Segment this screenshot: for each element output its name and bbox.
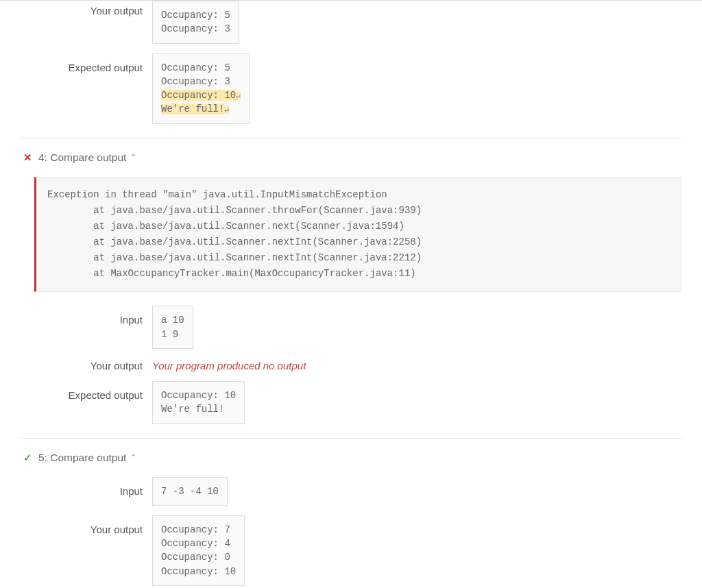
test4-expected-output-row: Expected output Occupancy: 10 We're full… xyxy=(21,381,681,424)
expected-output-box: Occupancy: 10 We're full! xyxy=(152,381,245,424)
input-box: 7 -3 -4 10 xyxy=(152,477,228,506)
expected-output-box: Occupancy: 5 Occupancy: 3 Occupancy: 10↵… xyxy=(152,53,250,124)
divider xyxy=(21,438,681,439)
test5-your-output-row: Your output Occupancy: 7 Occupancy: 4 Oc… xyxy=(21,515,681,586)
test5-header[interactable]: ✓ 5: Compare output ⌃ xyxy=(21,451,681,465)
your-output-label: Your output xyxy=(21,1,152,16)
input-label: Input xyxy=(21,477,152,497)
no-output-message: Your program produced no output xyxy=(152,358,681,371)
test5-input-row: Input 7 -3 -4 10 xyxy=(21,477,681,506)
pass-icon: ✓ xyxy=(21,451,34,465)
input-label: Input xyxy=(21,306,152,326)
test3-expected-output-row: Expected output Occupancy: 5 Occupancy: … xyxy=(21,53,681,124)
test4-input-row: Input a 10 1 9 xyxy=(21,306,681,349)
test-title: 5: Compare output xyxy=(38,452,126,464)
chevron-up-icon: ⌃ xyxy=(130,153,136,162)
test4-your-output-row: Your output Your program produced no out… xyxy=(21,358,681,371)
divider xyxy=(21,138,681,138)
your-output-box: Occupancy: 7 Occupancy: 4 Occupancy: 0 O… xyxy=(152,515,245,586)
chevron-up-icon: ⌃ xyxy=(130,453,136,462)
expected-output-label: Expected output xyxy=(21,53,152,73)
your-output-label: Your output xyxy=(21,358,152,371)
input-box: a 10 1 9 xyxy=(152,306,193,349)
fail-icon: ✕ xyxy=(21,151,34,164)
test3-your-output-row: Your output Occupancy: 5 Occupancy: 3 xyxy=(21,1,681,44)
expected-output-label: Expected output xyxy=(21,381,152,401)
test4-header[interactable]: ✕ 4: Compare output ⌃ xyxy=(21,151,681,164)
your-output-label: Your output xyxy=(21,515,152,535)
your-output-box: Occupancy: 5 Occupancy: 3 xyxy=(152,1,239,44)
test-title: 4: Compare output xyxy=(38,151,126,164)
error-output-box: Exception in thread "main" java.util.Inp… xyxy=(34,177,681,293)
